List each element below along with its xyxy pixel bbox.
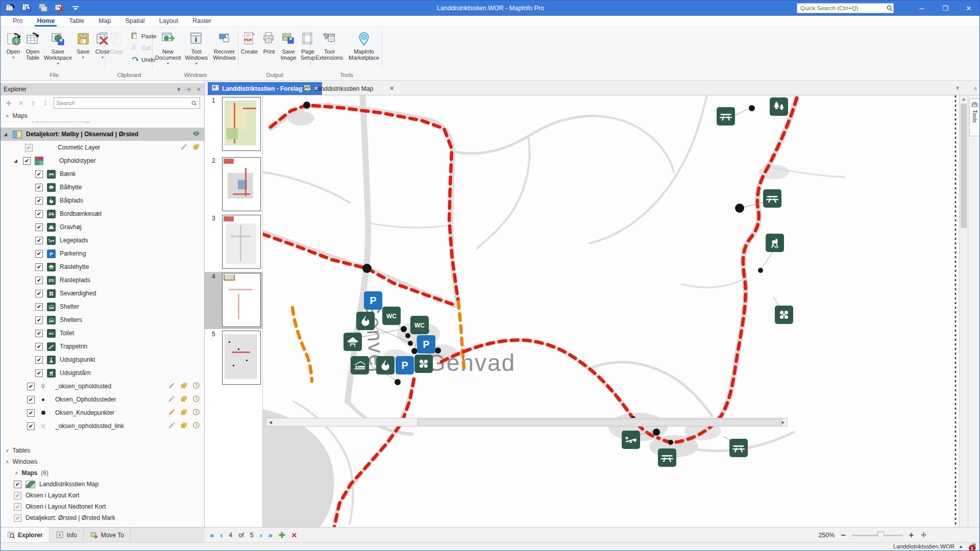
layer-row[interactable]: ✔Rasteplads: [1, 273, 204, 287]
visibility-checkbox[interactable]: ✔: [35, 303, 43, 311]
window-row[interactable]: ✔Oksen i Layout Kort: [1, 490, 204, 501]
ribbon-tab-home[interactable]: Home: [30, 16, 62, 27]
page-thumbnail-3[interactable]: 3: [205, 214, 263, 271]
visibility-checkbox[interactable]: ✔: [35, 170, 43, 178]
theme-icon[interactable]: [180, 421, 188, 431]
zoom-icon[interactable]: [192, 408, 200, 417]
page-thumbnail-1[interactable]: 1: [205, 96, 263, 153]
layer-row[interactable]: ✔_oksen_opholdssted: [1, 380, 204, 393]
scroll-left-icon[interactable]: ◄: [266, 419, 275, 425]
zoom-icon[interactable]: [192, 382, 200, 391]
scroll-up-icon[interactable]: ▲: [960, 96, 968, 102]
prev-page-button[interactable]: ‹: [220, 531, 223, 539]
eye-icon[interactable]: [192, 130, 200, 139]
fire-map-icon[interactable]: [376, 356, 395, 374]
document-tab-2[interactable]: Landdistriksstien Map✕: [300, 82, 398, 95]
deer-map-icon[interactable]: [766, 234, 784, 252]
minimize-button[interactable]: ─: [910, 1, 934, 16]
add-page-button[interactable]: ✚: [279, 531, 285, 540]
visibility-checkbox[interactable]: ✔: [35, 223, 43, 231]
explorer-search-input[interactable]: Search: [54, 97, 200, 109]
zoom-icon[interactable]: [192, 421, 200, 431]
roof-map-icon[interactable]: [344, 333, 362, 351]
print-button[interactable]: Print: [259, 29, 279, 62]
section-windows[interactable]: ∧Windows: [1, 456, 204, 467]
expand-icon[interactable]: ◢: [4, 132, 9, 137]
visibility-checkbox[interactable]: ✔: [27, 409, 35, 417]
panel-tab-explorer[interactable]: Explorer: [1, 528, 50, 543]
collapse-ribbon-icon[interactable]: ∧: [973, 85, 977, 92]
zoom-in-button[interactable]: +: [909, 531, 914, 540]
wc-map-icon[interactable]: [410, 316, 429, 334]
tool-windows-button[interactable]: iTool Windows▾: [182, 29, 210, 67]
panel-tab-move-to[interactable]: Move To: [84, 528, 131, 543]
layer-row[interactable]: ✔Toilet: [1, 327, 204, 340]
visibility-checkbox[interactable]: ✔: [25, 144, 33, 152]
customize-toolbar-icon[interactable]: [70, 2, 81, 13]
move-down-icon[interactable]: ⇩: [41, 99, 50, 107]
layer-row[interactable]: ◢✔Opholdstyper: [1, 154, 204, 167]
restore-button[interactable]: ❐: [934, 1, 957, 16]
expand-icon[interactable]: ◢: [14, 158, 19, 163]
scrollbar-thumb[interactable]: [961, 104, 967, 228]
trees-map-icon[interactable]: [770, 97, 788, 116]
visibility-checkbox[interactable]: ✔: [14, 514, 21, 522]
visibility-checkbox[interactable]: ✔: [35, 290, 43, 297]
save-workspace-button[interactable]: Save Workspace▾: [42, 29, 74, 67]
picnic-map-icon[interactable]: [729, 439, 748, 457]
chevron-up-icon[interactable]: ∧: [6, 459, 9, 464]
layer-row[interactable]: ✔_oksen_opholdssted_link: [1, 419, 204, 433]
visibility-checkbox[interactable]: ✔: [35, 237, 43, 244]
visibility-checkbox[interactable]: ✔: [35, 263, 43, 271]
visibility-checkbox[interactable]: ✔: [35, 330, 43, 337]
visibility-checkbox[interactable]: ✔: [27, 422, 35, 430]
clover-map-icon[interactable]: [414, 355, 433, 373]
layer-row[interactable]: ✔Udsigtstårn: [1, 366, 204, 380]
layer-row[interactable]: ✔Trappetrin: [1, 340, 204, 353]
visibility-checkbox[interactable]: ✔: [14, 492, 21, 499]
layer-row[interactable]: ◢Detaljekort: Mølby | Oksenvad | Ørsted: [1, 128, 204, 141]
ribbon-tab-pro[interactable]: Pro: [6, 16, 30, 27]
mapinfo-marketplace-button[interactable]: MapInfo Marketplace: [347, 29, 381, 62]
page-thumbnail-2[interactable]: 2: [205, 156, 263, 213]
psign-map-icon[interactable]: [417, 335, 435, 354]
layer-row[interactable]: ✔Legeplads: [1, 234, 204, 247]
visibility-checkbox[interactable]: ✔: [35, 184, 43, 191]
ribbon-tab-raster[interactable]: Raster: [185, 16, 218, 27]
visibility-checkbox[interactable]: ✔: [35, 343, 43, 350]
page-thumbnail-4[interactable]: 4: [205, 272, 263, 329]
page-thumbnail-5[interactable]: 5: [205, 330, 263, 387]
layer-row[interactable]: ✔Rastehytte: [1, 260, 204, 273]
visibility-checkbox[interactable]: ✔: [35, 277, 43, 284]
visibility-checkbox[interactable]: ✔: [35, 197, 43, 205]
delete-page-button[interactable]: ✕: [291, 531, 298, 539]
wc-map-icon[interactable]: [382, 307, 401, 325]
add-layer-icon[interactable]: ✚: [5, 99, 13, 107]
save-image-button[interactable]: Save Image: [279, 29, 298, 62]
layer-row[interactable]: ✔Parkering: [1, 247, 204, 260]
visibility-checkbox[interactable]: ✔: [27, 383, 35, 390]
pan-icon[interactable]: [920, 532, 927, 539]
pencil-icon[interactable]: [180, 143, 188, 152]
close-tab-icon[interactable]: ✕: [389, 85, 394, 92]
theme-icon[interactable]: [180, 382, 188, 391]
remove-layer-icon[interactable]: ✕: [17, 99, 25, 107]
tools-side-tab[interactable]: Tools: [969, 98, 980, 136]
new-document-button[interactable]: New Document▾: [154, 29, 182, 67]
visibility-checkbox[interactable]: ✔: [35, 316, 43, 324]
panel-close-icon[interactable]: ✕: [197, 86, 201, 93]
picnic-map-icon[interactable]: [717, 107, 735, 126]
psign-map-icon[interactable]: [364, 291, 382, 310]
visibility-checkbox[interactable]: ✔: [35, 250, 43, 258]
zoom-slider[interactable]: [852, 535, 903, 536]
window-row[interactable]: ✔Detaljekort: Ørsted | Ørsted Mark: [1, 512, 204, 523]
fire-map-icon[interactable]: [356, 312, 375, 330]
visibility-checkbox[interactable]: ✔: [27, 396, 35, 404]
clover-map-icon[interactable]: [775, 306, 793, 324]
move-up-icon[interactable]: ⇧: [29, 99, 37, 107]
close-button[interactable]: ✕: [957, 1, 980, 16]
layer-row[interactable]: ✔Oksen_Knudepunkter: [1, 406, 204, 419]
section-maps[interactable]: ∧Maps(6): [1, 467, 204, 479]
save-button[interactable]: Save▾: [74, 29, 93, 67]
layer-row[interactable]: ✔Udsigtspunkt: [1, 353, 204, 366]
